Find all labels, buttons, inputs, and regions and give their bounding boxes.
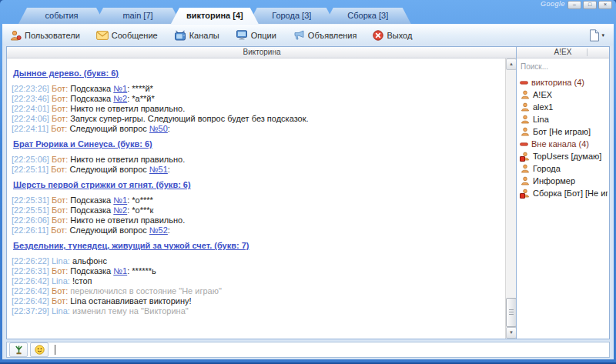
nickname: Бот: <box>52 84 70 93</box>
user-list-item[interactable]: Информер <box>520 175 608 187</box>
user-list-item[interactable]: A!EX <box>520 88 608 101</box>
user-group[interactable]: викторина (4) <box>520 76 608 88</box>
chat-message: [22:26:31] Бот: Подсказка №1: ******ь <box>12 266 506 276</box>
app-window: Google –□× событияmain [7]викторина [4]Г… <box>0 0 616 364</box>
question-link[interactable]: Дынное дерево. (букв: 6) <box>13 68 119 78</box>
user-icon <box>521 102 530 112</box>
timestamp: [22:26:42] <box>12 296 52 306</box>
hint-link[interactable]: №52 <box>149 225 168 235</box>
chat-message: [22:26:06] Бот: Никто не ответил правиль… <box>12 215 506 225</box>
message-text: : ******ь <box>127 266 156 276</box>
chat-message: [22:24:01] Бот: Никто не ответил правиль… <box>12 104 506 114</box>
close-button[interactable]: × <box>598 1 612 9</box>
hint-link[interactable]: №1 <box>113 195 127 205</box>
chat-message: [22:25:06] Бот: Никто не ответил правиль… <box>12 155 506 165</box>
tab-goroda[interactable]: Города [3] <box>249 8 335 24</box>
toolbar-message-button[interactable]: Сообщение <box>96 31 158 40</box>
toolbar-channels-button[interactable]: Каналы <box>174 30 219 41</box>
chat-scrollbar[interactable]: ▲ ▼ <box>505 58 517 339</box>
message-text: Никто не ответил правильно. <box>70 215 185 225</box>
group-label: викторина (4) <box>531 78 584 87</box>
user-icon <box>521 127 530 136</box>
chat-message: [22:26:22] Lina: альфонс <box>12 256 506 266</box>
scroll-up-icon[interactable]: ▲ <box>506 58 517 70</box>
restore-button[interactable]: □ <box>583 1 597 9</box>
scroll-down-icon[interactable]: ▼ <box>506 327 517 339</box>
message-text: Никто не ответил правильно. <box>70 155 185 164</box>
user-icon <box>521 189 530 198</box>
announcements-icon <box>293 30 305 40</box>
channel-dash-icon <box>520 81 528 85</box>
message-text: : <box>168 225 170 235</box>
question-link[interactable]: Шерсть первой стрижки от ягнят. (букв: 6… <box>13 180 191 189</box>
timestamp: [22:23:26] <box>12 84 52 93</box>
toolbar-label: Опции <box>251 31 276 40</box>
toolbar-buttons: ПользователиСообщениеКаналыОпцииОбъявлен… <box>10 30 412 41</box>
message-text: переключился в состояние "Не играю" <box>70 286 222 296</box>
user-panel-title: A!EX <box>517 47 609 58</box>
quiz-question: Шерсть первой стрижки от ягнят. (букв: 6… <box>13 180 506 190</box>
user-list-item[interactable]: alex1 <box>520 101 608 113</box>
timestamp: [22:24:06] <box>12 114 52 123</box>
message-input[interactable] <box>58 343 607 356</box>
tab-viktorina[interactable]: викторина [4] <box>171 8 259 24</box>
google-search-button[interactable]: Google <box>541 0 565 8</box>
message-text: изменил тему на "Викторина" <box>72 306 189 316</box>
tab-sborka[interactable]: Сборка [3] <box>325 8 411 24</box>
user-list-item[interactable]: Города <box>520 162 608 175</box>
toolbar-options-button[interactable]: Опции <box>236 30 276 40</box>
toolbar-exit-button[interactable]: Выход <box>373 30 412 41</box>
hint-link[interactable]: №2 <box>113 94 127 103</box>
toolbar-announcements-button[interactable]: Объявления <box>293 30 357 40</box>
user-name: Сборка [Бот] [Не играю] <box>533 189 608 198</box>
hint-link[interactable]: №50 <box>149 124 168 133</box>
hint-link[interactable]: №2 <box>113 205 127 215</box>
search-input[interactable] <box>517 61 609 73</box>
question-link[interactable]: Бездельник, тунеядец, живущий за чужой с… <box>13 241 249 250</box>
message-text: Подсказка <box>70 84 113 93</box>
chat-message: [22:24:06] Бот: Запуск супер-игры. Следу… <box>12 114 506 124</box>
message-text: Никто не ответил правильно. <box>70 104 185 113</box>
message-text: : *о***к <box>127 205 153 215</box>
timestamp: [22:26:31] <box>12 266 52 276</box>
smiley-button[interactable] <box>30 342 49 357</box>
search-box <box>517 58 609 72</box>
chat-message: [22:25:11] Бот: Следующий вопрос №51: <box>12 165 506 175</box>
hint-link[interactable]: №1 <box>113 84 127 93</box>
user-list-item[interactable]: Бот [Не играю] <box>520 125 608 138</box>
timestamp: [22:26:42] <box>12 276 52 286</box>
toolbar-label: Сообщение <box>112 31 158 40</box>
quiz-question: Бездельник, тунеядец, живущий за чужой с… <box>13 241 506 251</box>
message-text: Подсказка <box>70 94 113 103</box>
nickname: Бот: <box>51 165 69 174</box>
user-icon <box>521 152 530 161</box>
layout-menu-button[interactable]: ▾ <box>589 29 604 42</box>
timestamp: [22:37:29] <box>12 306 52 316</box>
nickname: Бот: <box>52 205 70 215</box>
user-list-item[interactable]: Lina <box>520 113 608 125</box>
tab-main[interactable]: main [7] <box>95 8 181 24</box>
nickname: Бот: <box>52 195 70 205</box>
hint-link[interactable]: №51 <box>149 165 168 174</box>
message-text: Подсказка <box>70 195 113 205</box>
chat-message: [22:23:26] Бот: Подсказка №1: ****й* <box>12 84 506 94</box>
user-list-item[interactable]: Сборка [Бот] [Не играю] <box>520 187 608 199</box>
chat-message: [22:25:31] Бот: Подсказка №1: *о**** <box>12 195 506 205</box>
user-group[interactable]: Вне канала (4) <box>520 138 608 150</box>
chat-panel: Викторина Дынное дерево. (букв: 6)[22:23… <box>6 46 517 339</box>
hint-link[interactable]: №1 <box>113 266 127 276</box>
scroll-thumb[interactable] <box>506 298 517 327</box>
minimize-button[interactable]: – <box>567 1 581 9</box>
message-text: : *о**** <box>127 195 153 205</box>
user-name: Бот [Не играю] <box>533 127 591 136</box>
hide-button[interactable] <box>9 342 28 357</box>
tab-events[interactable]: события <box>18 8 105 24</box>
exit-icon <box>373 30 383 41</box>
nickname: Lina: <box>52 306 72 316</box>
nickname: Бот: <box>52 104 70 113</box>
user-list-item[interactable]: TopUsers [думаю] <box>520 150 608 162</box>
toolbar-users-button[interactable]: Пользователи <box>10 30 80 41</box>
chat-message: [22:25:51] Бот: Подсказка №2: *о***к <box>12 205 506 215</box>
question-link[interactable]: Брат Рюрика и Синеуса. (букв: 6) <box>13 139 152 149</box>
chat-message: [22:23:46] Бот: Подсказка №2: *а**й* <box>12 94 506 104</box>
